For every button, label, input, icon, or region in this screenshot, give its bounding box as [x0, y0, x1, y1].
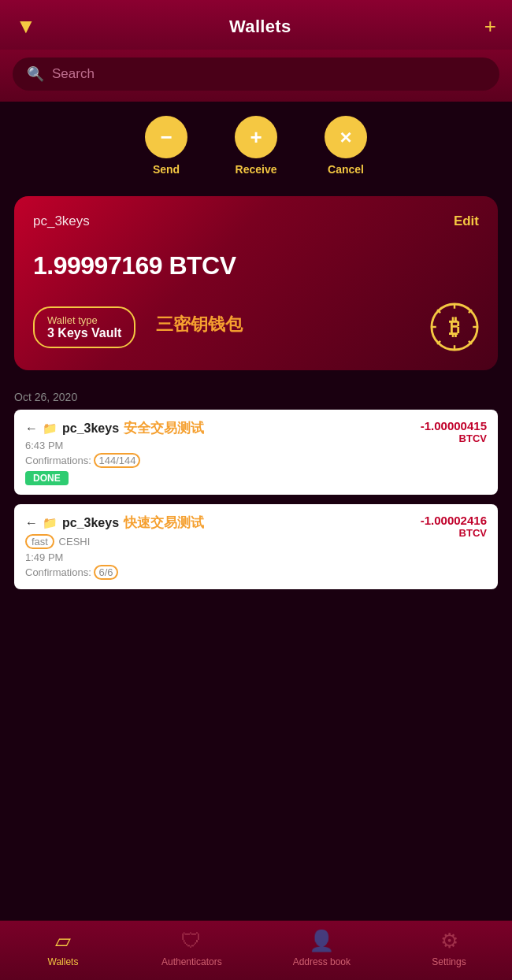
tx2-wallet-name: pc_3keys [62, 516, 119, 530]
wallet-type-value: 3 Keys Vault [47, 326, 121, 340]
filter-icon[interactable]: ▼ [16, 14, 36, 39]
tx1-wallet-icon: 📁 [43, 421, 58, 436]
tx1-left: ← 📁 pc_3keys 安全交易测试 6:43 PM Confirmation… [25, 419, 421, 485]
tx1-annotation: 安全交易测试 [124, 419, 204, 437]
settings-nav-label: Settings [432, 956, 466, 967]
tx2-title-row: ← 📁 pc_3keys 快速交易测试 [25, 514, 421, 532]
tx2-label2: CESHI [59, 536, 91, 548]
tx1-wallet-name: pc_3keys [62, 421, 119, 436]
send-button[interactable]: − Send [145, 116, 187, 176]
tx2-labels: fast CESHI [25, 534, 421, 549]
address-book-nav-label: Address book [293, 956, 351, 967]
search-icon: 🔍 [27, 65, 44, 83]
authenticators-nav-label: Authenticators [161, 956, 222, 967]
nav-item-authenticators[interactable]: 🛡 Authenticators [161, 929, 222, 967]
wallet-type-box: Wallet type 3 Keys Vault [33, 306, 135, 348]
bottom-navigation: ▱ Wallets 🛡 Authenticators 👤 Address boo… [0, 920, 512, 980]
tx2-currency: BTCV [421, 527, 487, 539]
cancel-button[interactable]: × Cancel [325, 116, 367, 176]
bitcoin-logo: ₿ [430, 303, 479, 351]
tx1-amount: -1.00000415 [421, 419, 487, 432]
wallet-balance: 1.99997169 BTCV [33, 251, 479, 280]
address-book-nav-icon: 👤 [309, 929, 334, 953]
transaction-item-2[interactable]: ← 📁 pc_3keys 快速交易测试 fast CESHI 1:49 PM C… [14, 504, 498, 589]
wallet-name: pc_3keys [33, 213, 90, 228]
tx1-confirmations: Confirmations: 144/144 [25, 453, 421, 468]
tx2-wallet-icon: 📁 [43, 516, 58, 530]
tx2-left: ← 📁 pc_3keys 快速交易测试 fast CESHI 1:49 PM C… [25, 514, 421, 580]
transaction-date: Oct 26, 2020 [14, 383, 498, 410]
tx1-time: 6:43 PM [25, 440, 421, 451]
tx2-time: 1:49 PM [25, 551, 421, 563]
send-icon-circle: − [145, 116, 187, 158]
nav-item-wallets[interactable]: ▱ Wallets [35, 929, 91, 967]
receive-button[interactable]: + Receive [235, 116, 277, 176]
tx1-status-badge: DONE [25, 471, 69, 485]
tx1-right: -1.00000415 BTCV [421, 419, 487, 444]
receive-label: Receive [236, 163, 277, 176]
tx2-right: -1.00002416 BTCV [421, 514, 487, 539]
search-input-wrap: 🔍 [13, 58, 499, 91]
wallet-type-row: Wallet type 3 Keys Vault ₿ [33, 303, 479, 351]
tx2-annotation: 快速交易测试 [124, 514, 204, 532]
wallets-nav-icon: ▱ [55, 929, 71, 953]
svg-text:₿: ₿ [449, 315, 460, 340]
tx1-title-row: ← 📁 pc_3keys 安全交易测试 [25, 419, 421, 437]
receive-icon-circle: + [235, 116, 277, 158]
nav-item-settings[interactable]: ⚙ Settings [421, 929, 477, 967]
edit-button[interactable]: Edit [454, 213, 479, 229]
wallet-card[interactable]: pc_3keys Edit 1.99997169 BTCV Wallet typ… [14, 196, 498, 370]
send-label: Send [153, 163, 180, 176]
search-input[interactable] [52, 66, 485, 82]
cancel-label: Cancel [328, 163, 364, 176]
wallet-card-section: pc_3keys Edit 1.99997169 BTCV Wallet typ… [0, 188, 512, 383]
tx2-confirmations-value: 6/6 [94, 565, 117, 580]
transaction-item-1[interactable]: ← 📁 pc_3keys 安全交易测试 6:43 PM Confirmation… [14, 410, 498, 495]
tx2-direction-icon: ← [25, 516, 38, 530]
add-icon[interactable]: + [484, 14, 496, 39]
tx2-fast-label: fast [25, 534, 54, 549]
search-bar: 🔍 [0, 50, 512, 102]
action-bar: − Send + Receive × Cancel [0, 102, 512, 188]
tx2-confirmations: Confirmations: 6/6 [25, 565, 421, 580]
transaction-section: Oct 26, 2020 ← 📁 pc_3keys 安全交易测试 6:43 PM… [0, 383, 512, 589]
authenticators-nav-icon: 🛡 [181, 929, 202, 953]
tx1-confirmations-value: 144/144 [94, 453, 140, 468]
tx1-direction-icon: ← [25, 421, 38, 436]
wallet-type-label: Wallet type [47, 314, 121, 326]
nav-item-address-book[interactable]: 👤 Address book [293, 929, 351, 967]
header: ▼ Wallets + [0, 0, 512, 50]
wallets-nav-label: Wallets [48, 956, 79, 967]
cancel-icon-circle: × [325, 116, 367, 158]
tx2-amount: -1.00002416 [421, 514, 487, 527]
tx1-currency: BTCV [421, 432, 487, 444]
settings-nav-icon: ⚙ [440, 929, 458, 953]
page-title: Wallets [229, 17, 291, 37]
